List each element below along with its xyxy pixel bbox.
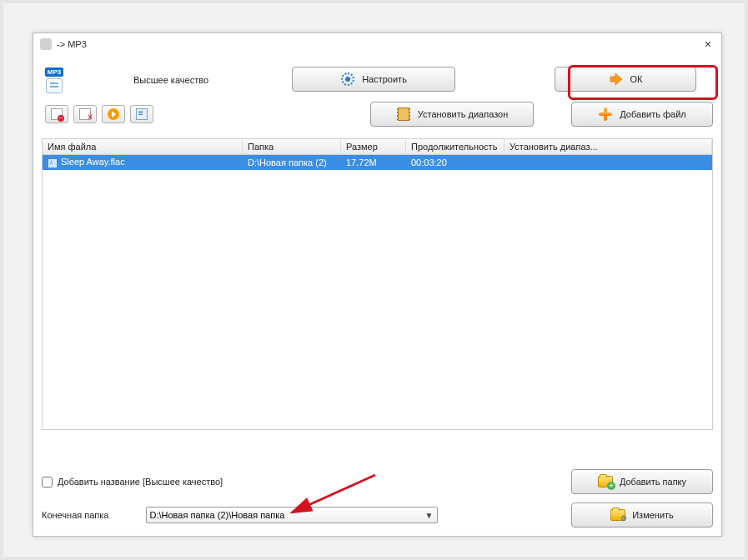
gear-icon [340, 72, 355, 87]
configure-button[interactable]: Настроить [292, 67, 455, 92]
col-range[interactable]: Установить диапаз... [505, 139, 712, 154]
cell-size: 17.72M [341, 156, 406, 169]
annotation-highlight-ok [568, 65, 718, 100]
cell-folder: D:\Новая папка (2) [243, 156, 341, 169]
clear-list-button[interactable] [73, 105, 97, 123]
chevron-down-icon: ▼ [425, 511, 434, 520]
cell-name: Sleep Away.flac [61, 157, 125, 167]
add-file-button-label: Добавить файл [620, 109, 685, 119]
play-button[interactable] [102, 105, 125, 123]
window-title: -> MP3 [57, 39, 87, 49]
info-icon [136, 108, 148, 120]
plus-icon [598, 107, 613, 122]
add-file-button[interactable]: Добавить файл [571, 102, 713, 127]
remove-doc-icon [51, 108, 63, 120]
add-title-checkbox[interactable]: Добавить название [Высшее качество] [42, 477, 223, 488]
clear-doc-icon [79, 108, 91, 120]
close-icon[interactable]: × [701, 38, 715, 51]
file-icon [48, 158, 58, 168]
set-range-button[interactable]: Установить диапазон [370, 102, 534, 127]
remove-item-button[interactable] [45, 105, 68, 123]
info-button[interactable] [130, 105, 153, 123]
table-row[interactable]: Sleep Away.flac D:\Новая папка (2) 17.72… [43, 155, 712, 170]
table-body: Sleep Away.flac D:\Новая папка (2) 17.72… [43, 155, 712, 170]
col-name[interactable]: Имя файла [43, 139, 243, 154]
app-icon [40, 38, 52, 50]
add-folder-button[interactable]: Добавить папку [571, 469, 713, 494]
film-icon [396, 107, 411, 122]
col-folder[interactable]: Папка [243, 139, 341, 154]
dest-folder-label: Конечная папка [42, 510, 109, 520]
configure-button-label: Настроить [362, 74, 407, 84]
change-folder-button[interactable]: Изменить [571, 502, 713, 528]
dialog-window: -> MP3 × MP3 Высшее качество Настроить [33, 32, 722, 537]
app-frame: -> MP3 × MP3 Высшее качество Настроить [0, 0, 748, 560]
add-title-checkbox-input[interactable] [42, 477, 53, 488]
file-table: Имя файла Папка Размер Продолжительность… [42, 138, 713, 430]
col-duration[interactable]: Продолжительность [406, 139, 505, 154]
change-folder-button-label: Изменить [632, 510, 674, 520]
titlebar: -> MP3 × [33, 33, 721, 55]
set-range-button-label: Установить диапазон [418, 109, 509, 119]
dest-folder-value: D:\Новая папка (2)\Новая папка [150, 510, 285, 520]
folder-add-icon [598, 474, 613, 489]
quality-label: Высшее качество [133, 75, 208, 85]
cell-range [505, 161, 712, 164]
svg-line-0 [292, 475, 375, 512]
add-folder-button-label: Добавить папку [620, 477, 686, 487]
cell-duration: 00:03:20 [406, 156, 505, 169]
add-title-label: Добавить название [Высшее качество] [58, 477, 223, 487]
folder-gear-icon [610, 508, 625, 522]
sub-toolbar: Установить диапазон Добавить файл [33, 98, 721, 135]
mp3-format-icon: MP3 [42, 68, 67, 93]
annotation-arrow [275, 471, 384, 521]
play-icon [108, 108, 119, 120]
col-size[interactable]: Размер [341, 139, 406, 154]
table-header: Имя файла Папка Размер Продолжительность… [43, 139, 712, 155]
